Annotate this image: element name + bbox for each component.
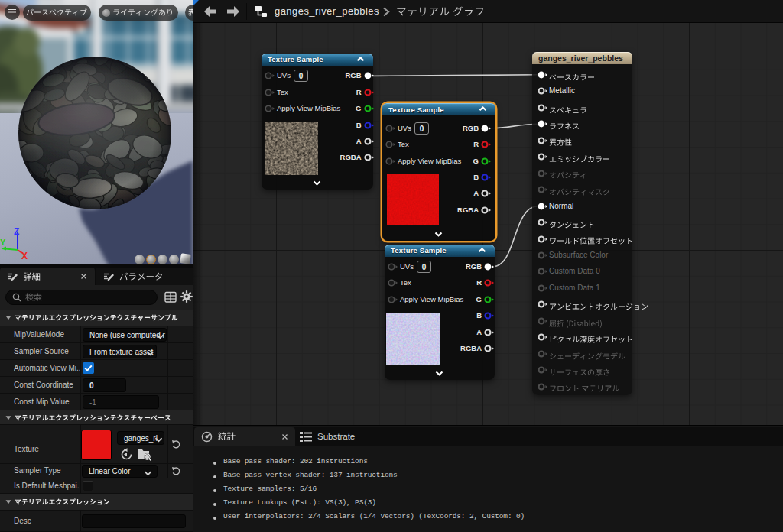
svg-text:Z: Z (14, 226, 19, 237)
svg-text:X: X (21, 251, 28, 260)
svg-text:Y: Y (0, 238, 6, 247)
